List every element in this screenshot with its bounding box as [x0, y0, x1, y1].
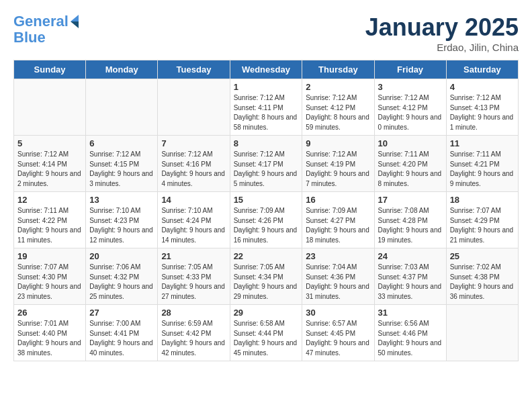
col-header-saturday: Saturday [446, 60, 518, 79]
col-header-thursday: Thursday [302, 60, 374, 79]
day-number: 28 [161, 308, 226, 318]
day-number: 19 [17, 251, 82, 261]
calendar-cell: 18Sunrise: 7:07 AM Sunset: 4:29 PM Dayli… [446, 192, 518, 248]
day-info: Sunrise: 7:12 AM Sunset: 4:16 PM Dayligh… [161, 150, 226, 189]
calendar-cell: 21Sunrise: 7:05 AM Sunset: 4:33 PM Dayli… [158, 248, 230, 305]
day-number: 2 [306, 82, 370, 92]
calendar-cell: 30Sunrise: 6:57 AM Sunset: 4:45 PM Dayli… [302, 305, 374, 361]
day-info: Sunrise: 7:09 AM Sunset: 4:26 PM Dayligh… [234, 206, 299, 245]
location: Erdao, Jilin, China [365, 42, 519, 53]
calendar-cell: 7Sunrise: 7:12 AM Sunset: 4:16 PM Daylig… [158, 136, 230, 192]
calendar-cell: 12Sunrise: 7:11 AM Sunset: 4:22 PM Dayli… [14, 192, 86, 248]
calendar-cell: 22Sunrise: 7:05 AM Sunset: 4:34 PM Dayli… [230, 248, 302, 305]
calendar-cell: 19Sunrise: 7:07 AM Sunset: 4:30 PM Dayli… [14, 248, 86, 305]
calendar-cell: 15Sunrise: 7:09 AM Sunset: 4:26 PM Dayli… [230, 192, 302, 248]
day-number: 8 [234, 138, 299, 148]
calendar-header-row: SundayMondayTuesdayWednesdayThursdayFrid… [14, 60, 519, 79]
day-info: Sunrise: 7:12 AM Sunset: 4:11 PM Dayligh… [234, 93, 299, 132]
day-number: 3 [378, 82, 443, 92]
calendar-cell: 8Sunrise: 7:12 AM Sunset: 4:17 PM Daylig… [230, 136, 302, 192]
day-info: Sunrise: 7:02 AM Sunset: 4:38 PM Dayligh… [450, 263, 515, 302]
calendar-table: SundayMondayTuesdayWednesdayThursdayFrid… [13, 60, 519, 361]
day-info: Sunrise: 7:12 AM Sunset: 4:12 PM Dayligh… [306, 93, 370, 132]
day-info: Sunrise: 6:59 AM Sunset: 4:42 PM Dayligh… [161, 319, 226, 358]
day-info: Sunrise: 7:09 AM Sunset: 4:27 PM Dayligh… [306, 206, 370, 245]
day-info: Sunrise: 7:05 AM Sunset: 4:33 PM Dayligh… [161, 263, 226, 302]
calendar-body: 1Sunrise: 7:12 AM Sunset: 4:11 PM Daylig… [14, 79, 519, 361]
calendar-cell: 1Sunrise: 7:12 AM Sunset: 4:11 PM Daylig… [230, 79, 302, 136]
day-number: 30 [306, 308, 370, 318]
calendar-week-5: 26Sunrise: 7:01 AM Sunset: 4:40 PM Dayli… [14, 305, 519, 361]
day-number: 11 [450, 138, 515, 148]
day-info: Sunrise: 7:05 AM Sunset: 4:34 PM Dayligh… [234, 263, 299, 302]
calendar-cell: 3Sunrise: 7:12 AM Sunset: 4:12 PM Daylig… [374, 79, 446, 136]
day-info: Sunrise: 7:08 AM Sunset: 4:28 PM Dayligh… [378, 206, 443, 245]
day-number: 21 [161, 251, 226, 261]
calendar-cell: 27Sunrise: 7:00 AM Sunset: 4:41 PM Dayli… [86, 305, 158, 361]
calendar-cell: 20Sunrise: 7:06 AM Sunset: 4:32 PM Dayli… [86, 248, 158, 305]
day-number: 16 [306, 195, 370, 205]
day-number: 12 [17, 195, 82, 205]
calendar-cell: 9Sunrise: 7:12 AM Sunset: 4:19 PM Daylig… [302, 136, 374, 192]
page-header: General Blue January 2025 Erdao, Jilin, … [13, 13, 519, 53]
calendar-cell: 31Sunrise: 6:56 AM Sunset: 4:46 PM Dayli… [374, 305, 446, 361]
day-number: 26 [17, 308, 82, 318]
calendar-cell [86, 79, 158, 136]
day-number: 18 [450, 195, 515, 205]
day-info: Sunrise: 7:00 AM Sunset: 4:41 PM Dayligh… [89, 319, 154, 358]
day-info: Sunrise: 7:12 AM Sunset: 4:13 PM Dayligh… [450, 93, 515, 132]
day-info: Sunrise: 7:06 AM Sunset: 4:32 PM Dayligh… [89, 263, 154, 302]
day-info: Sunrise: 7:10 AM Sunset: 4:24 PM Dayligh… [161, 206, 226, 245]
calendar-week-1: 1Sunrise: 7:12 AM Sunset: 4:11 PM Daylig… [14, 79, 519, 136]
day-info: Sunrise: 7:11 AM Sunset: 4:22 PM Dayligh… [17, 206, 82, 245]
day-info: Sunrise: 7:11 AM Sunset: 4:20 PM Dayligh… [378, 150, 443, 189]
day-info: Sunrise: 6:57 AM Sunset: 4:45 PM Dayligh… [306, 319, 370, 358]
day-number: 6 [89, 138, 154, 148]
day-info: Sunrise: 7:03 AM Sunset: 4:37 PM Dayligh… [378, 263, 443, 302]
calendar-cell [446, 305, 518, 361]
day-info: Sunrise: 7:04 AM Sunset: 4:36 PM Dayligh… [306, 263, 370, 302]
day-info: Sunrise: 7:12 AM Sunset: 4:14 PM Dayligh… [17, 150, 82, 189]
day-info: Sunrise: 7:12 AM Sunset: 4:12 PM Dayligh… [378, 93, 443, 132]
calendar-week-4: 19Sunrise: 7:07 AM Sunset: 4:30 PM Dayli… [14, 248, 519, 305]
day-number: 7 [161, 138, 226, 148]
day-number: 31 [378, 308, 443, 318]
day-info: Sunrise: 7:07 AM Sunset: 4:30 PM Dayligh… [17, 263, 82, 302]
calendar-cell: 6Sunrise: 7:12 AM Sunset: 4:15 PM Daylig… [86, 136, 158, 192]
day-number: 17 [378, 195, 443, 205]
day-number: 27 [89, 308, 154, 318]
day-info: Sunrise: 7:07 AM Sunset: 4:29 PM Dayligh… [450, 206, 515, 245]
calendar-cell: 2Sunrise: 7:12 AM Sunset: 4:12 PM Daylig… [302, 79, 374, 136]
calendar-cell [158, 79, 230, 136]
day-number: 10 [378, 138, 443, 148]
calendar-cell: 28Sunrise: 6:59 AM Sunset: 4:42 PM Dayli… [158, 305, 230, 361]
title-block: January 2025 Erdao, Jilin, China [365, 13, 519, 53]
day-info: Sunrise: 7:12 AM Sunset: 4:19 PM Dayligh… [306, 150, 370, 189]
col-header-tuesday: Tuesday [158, 60, 230, 79]
day-info: Sunrise: 7:12 AM Sunset: 4:15 PM Dayligh… [89, 150, 154, 189]
calendar-week-2: 5Sunrise: 7:12 AM Sunset: 4:14 PM Daylig… [14, 136, 519, 192]
day-number: 20 [89, 251, 154, 261]
calendar-cell: 16Sunrise: 7:09 AM Sunset: 4:27 PM Dayli… [302, 192, 374, 248]
day-number: 15 [234, 195, 299, 205]
day-info: Sunrise: 6:56 AM Sunset: 4:46 PM Dayligh… [378, 319, 443, 358]
calendar-cell: 26Sunrise: 7:01 AM Sunset: 4:40 PM Dayli… [14, 305, 86, 361]
calendar-cell: 23Sunrise: 7:04 AM Sunset: 4:36 PM Dayli… [302, 248, 374, 305]
calendar-cell: 24Sunrise: 7:03 AM Sunset: 4:37 PM Dayli… [374, 248, 446, 305]
calendar-cell: 17Sunrise: 7:08 AM Sunset: 4:28 PM Dayli… [374, 192, 446, 248]
col-header-sunday: Sunday [14, 60, 86, 79]
day-number: 14 [161, 195, 226, 205]
logo-text-blue: Blue [13, 30, 79, 46]
day-info: Sunrise: 7:10 AM Sunset: 4:23 PM Dayligh… [89, 206, 154, 245]
calendar-cell: 25Sunrise: 7:02 AM Sunset: 4:38 PM Dayli… [446, 248, 518, 305]
calendar-week-3: 12Sunrise: 7:11 AM Sunset: 4:22 PM Dayli… [14, 192, 519, 248]
day-number: 5 [17, 138, 82, 148]
calendar-cell: 11Sunrise: 7:11 AM Sunset: 4:21 PM Dayli… [446, 136, 518, 192]
col-header-wednesday: Wednesday [230, 60, 302, 79]
calendar-cell: 10Sunrise: 7:11 AM Sunset: 4:20 PM Dayli… [374, 136, 446, 192]
col-header-friday: Friday [374, 60, 446, 79]
month-title: January 2025 [365, 13, 519, 42]
calendar-cell: 13Sunrise: 7:10 AM Sunset: 4:23 PM Dayli… [86, 192, 158, 248]
calendar-cell: 29Sunrise: 6:58 AM Sunset: 4:44 PM Dayli… [230, 305, 302, 361]
day-number: 1 [234, 82, 299, 92]
